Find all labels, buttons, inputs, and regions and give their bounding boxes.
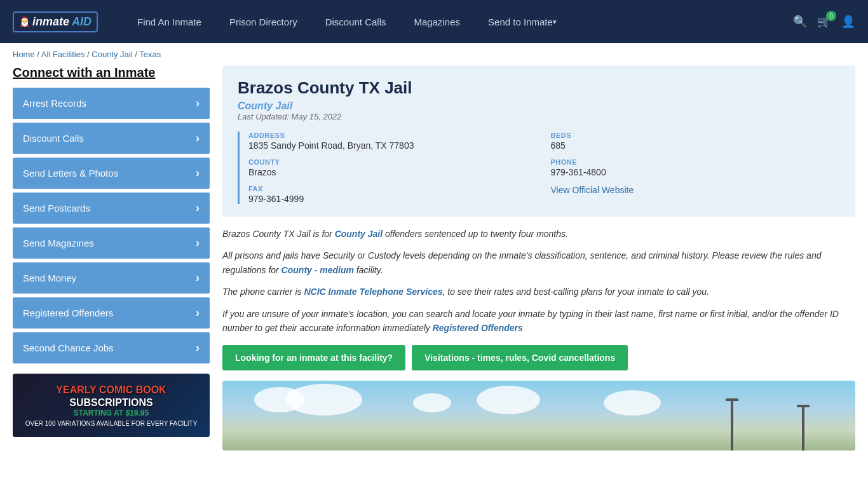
sidebar-send-letters[interactable]: Send Letters & Photos ›: [13, 158, 210, 189]
sidebar-registered-offenders-label: Registered Offenders: [23, 308, 113, 318]
sidebar-discount-calls[interactable]: Discount Calls ›: [13, 123, 210, 154]
website-link[interactable]: View Official Website: [551, 185, 634, 195]
sidebar-send-money[interactable]: Send Money ›: [13, 262, 210, 294]
ad-title: YEARLY COMIC BOOK SUBSCRIPTIONS: [56, 384, 166, 408]
county-label: COUNTY: [248, 158, 538, 166]
phone-block: PHONE 979-361-4800: [551, 158, 841, 177]
logo[interactable]: 🎅 inmate AID: [13, 11, 98, 32]
sidebar-arrest-records[interactable]: Arrest Records ›: [13, 88, 210, 119]
ad-title-line1: YEARLY COMIC BOOK: [56, 384, 166, 395]
sidebar-second-chance-jobs[interactable]: Second Chance Jobs ›: [13, 332, 210, 363]
sidebar: Connect with an Inmate Arrest Records › …: [13, 65, 210, 451]
sidebar-send-postcards[interactable]: Send Postcards ›: [13, 193, 210, 224]
beds-block: BEDS 685: [551, 132, 841, 151]
beds-label: BEDS: [551, 132, 841, 139]
breadcrumb-all-facilities[interactable]: All Facilities: [41, 50, 85, 59]
ad-banner[interactable]: YEARLY COMIC BOOK SUBSCRIPTIONS STARTING…: [13, 374, 210, 437]
county-jail-link[interactable]: County Jail: [335, 229, 383, 239]
address-label: ADDRESS: [248, 132, 538, 139]
facility-image: [222, 381, 855, 451]
county-block: COUNTY Brazos: [248, 158, 538, 177]
visitation-button[interactable]: Visitations - times, rules, Covid cancel…: [412, 345, 628, 370]
phone-value: 979-361-4800: [551, 167, 841, 177]
nav-icons: 🔍 🛒 0 👤: [793, 15, 855, 29]
arrow-icon: ›: [196, 201, 200, 215]
nav-prison-directory[interactable]: Prison Directory: [215, 0, 311, 43]
beds-value: 685: [551, 140, 841, 151]
find-inmate-button[interactable]: Looking for an inmate at this facility?: [222, 345, 405, 370]
cart-button[interactable]: 🛒 0: [817, 15, 831, 29]
breadcrumb-state[interactable]: Texas: [139, 50, 161, 59]
desc-para-4: If you are unsure of your inmate's locat…: [222, 307, 855, 336]
facility-card: Brazos County TX Jail County Jail Last U…: [222, 65, 855, 217]
logo-hat-icon: 🎅: [19, 17, 30, 27]
sidebar-arrest-records-label: Arrest Records: [23, 98, 86, 109]
navigation: 🎅 inmate AID Find An Inmate Prison Direc…: [0, 0, 868, 43]
desc-para-2: All prisons and jails have Security or C…: [222, 248, 855, 277]
fax-value: 979-361-4999: [248, 194, 538, 204]
ad-price: STARTING AT $19.95: [74, 409, 149, 417]
address-block: ADDRESS 1835 Sandy Point Road, Bryan, TX…: [248, 132, 538, 151]
arrow-icon: ›: [196, 341, 200, 355]
nav-find-inmate[interactable]: Find An Inmate: [123, 0, 215, 43]
facility-type: County Jail: [238, 100, 840, 112]
sidebar-second-chance-jobs-label: Second Chance Jobs: [23, 342, 114, 353]
fax-label: FAX: [248, 185, 538, 193]
county-value: Brazos: [248, 167, 538, 177]
sidebar-send-magazines-label: Send Magazines: [23, 238, 94, 248]
sidebar-send-letters-label: Send Letters & Photos: [23, 168, 118, 179]
ad-note: OVER 100 VARIATIONS AVAILABLE FOR EVERY …: [25, 420, 198, 427]
arrow-icon: ›: [196, 306, 200, 320]
ncic-link[interactable]: NCIC Inmate Telephone Services: [304, 287, 442, 297]
description-section: Brazos County TX Jail is for County Jail…: [222, 227, 855, 335]
facility-name: Brazos County TX Jail: [238, 78, 840, 98]
sidebar-send-magazines[interactable]: Send Magazines ›: [13, 227, 210, 259]
desc-para-1: Brazos County TX Jail is for County Jail…: [222, 227, 855, 241]
desc-para-3: The phone carrier is NCIC Inmate Telepho…: [222, 285, 855, 299]
arrow-icon: ›: [196, 166, 200, 180]
logo-inmate-text: inmate: [32, 15, 69, 29]
breadcrumb-home[interactable]: Home: [13, 50, 35, 59]
arrow-icon: ›: [196, 271, 200, 285]
main-layout: Connect with an Inmate Arrest Records › …: [0, 65, 868, 463]
phone-label: PHONE: [551, 158, 841, 166]
nav-magazines[interactable]: Magazines: [400, 0, 475, 43]
search-button[interactable]: 🔍: [793, 15, 807, 29]
nav-discount-calls[interactable]: Discount Calls: [311, 0, 400, 43]
facility-info-section: ADDRESS 1835 Sandy Point Road, Bryan, TX…: [238, 132, 840, 204]
sidebar-send-postcards-label: Send Postcards: [23, 203, 90, 214]
arrow-icon: ›: [196, 236, 200, 250]
county-medium-link[interactable]: County - medium: [281, 265, 354, 275]
breadcrumb-county-jail[interactable]: County Jail: [92, 50, 132, 59]
user-button[interactable]: 👤: [841, 15, 855, 29]
arrow-icon: ›: [196, 132, 200, 145]
logo-aid-text: AID: [72, 15, 92, 29]
website-block: View Official Website: [551, 185, 841, 204]
arrow-icon: ›: [196, 97, 200, 110]
content: Brazos County TX Jail County Jail Last U…: [222, 65, 855, 451]
sidebar-send-money-label: Send Money: [23, 273, 76, 283]
sidebar-title: Connect with an Inmate: [13, 65, 210, 80]
facility-updated: Last Updated: May 15, 2022: [238, 112, 840, 121]
action-buttons: Looking for an inmate at this facility? …: [222, 345, 855, 370]
nav-send-to-inmate[interactable]: Send to Inmate: [474, 0, 571, 43]
fax-block: FAX 979-361-4999: [248, 185, 538, 204]
breadcrumb: Home / All Facilities / County Jail / Te…: [0, 43, 868, 65]
registered-offenders-link[interactable]: Registered Offenders: [433, 323, 523, 333]
sidebar-discount-calls-label: Discount Calls: [23, 133, 84, 144]
info-grid: ADDRESS 1835 Sandy Point Road, Bryan, TX…: [248, 132, 840, 204]
address-value: 1835 Sandy Point Road, Bryan, TX 77803: [248, 140, 538, 151]
cart-badge: 0: [826, 11, 836, 21]
sidebar-registered-offenders[interactable]: Registered Offenders ›: [13, 297, 210, 329]
ad-title-line2: SUBSCRIPTIONS: [69, 397, 153, 408]
nav-links: Find An Inmate Prison Directory Discount…: [123, 0, 793, 43]
